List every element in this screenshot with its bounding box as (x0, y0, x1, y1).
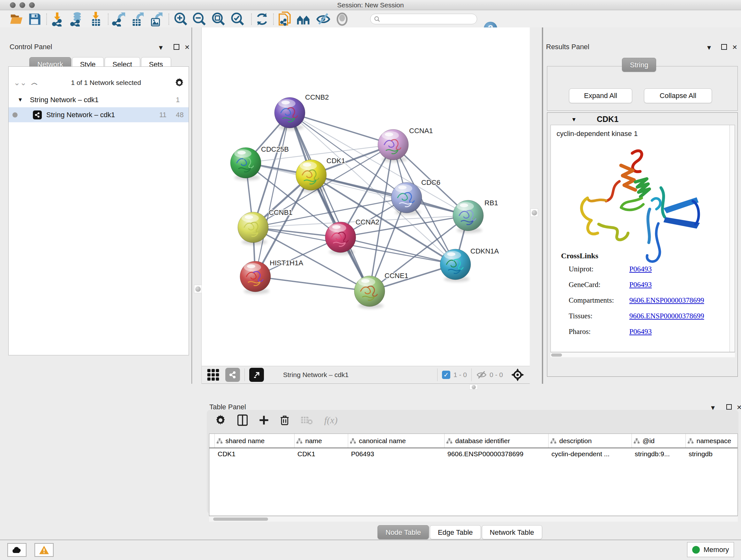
network-node-HIST1H1A[interactable] (240, 261, 271, 294)
control-panel-float-icon[interactable] (174, 44, 179, 50)
protein-detail-box: cyclin-dependent kinase 1 (550, 125, 735, 352)
zoom-out-button[interactable] (192, 12, 207, 26)
table-cell[interactable]: 9606.ENSP00000378699 (444, 448, 548, 459)
zoom-selected-button[interactable] (230, 12, 246, 26)
table-settings-gear-icon[interactable] (215, 415, 226, 426)
network-node-CDK1[interactable] (296, 160, 327, 192)
network-canvas[interactable]: CCNB2CCNA1CDC25BCDK1CDC6RB1CCNB1CCNA2CDK… (202, 27, 530, 366)
results-vertical-scrollbar[interactable] (730, 125, 735, 352)
right-splitter[interactable] (530, 27, 542, 384)
zoom-in-button[interactable] (173, 12, 189, 26)
cloud-button[interactable] (7, 543, 26, 557)
tab-node-table[interactable]: Node Table (378, 525, 429, 539)
save-session-button[interactable] (27, 12, 43, 26)
table-column-header-@id[interactable]: @id (631, 434, 685, 448)
add-column-icon[interactable] (259, 415, 269, 426)
export-image-button[interactable] (148, 12, 164, 26)
crosslink-link[interactable]: 9606.ENSP00000378699 (629, 312, 704, 320)
results-panel-float-icon[interactable] (721, 44, 727, 50)
tab-network-table[interactable]: Network Table (482, 525, 542, 539)
import-network-database-button[interactable] (69, 12, 84, 26)
results-panel-close-icon[interactable]: ✕ (732, 44, 738, 51)
horizontal-splitter[interactable] (202, 384, 741, 390)
table-cell[interactable]: CDK1 (214, 448, 294, 459)
birds-eye-toggle-icon[interactable] (511, 368, 524, 381)
clone-network-button[interactable] (277, 12, 293, 26)
table-cell[interactable]: stringdb (685, 448, 738, 459)
network-row[interactable]: String Network – cdk1 11 48 (9, 107, 189, 122)
collapse-all-button[interactable]: Collapse All (644, 88, 712, 103)
tab-edge-table[interactable]: Edge Table (430, 525, 481, 539)
detach-view-icon[interactable] (249, 368, 264, 382)
network-node-CCNB1[interactable] (238, 212, 268, 245)
import-network-file-button[interactable] (51, 12, 66, 26)
control-panel-close-icon[interactable]: ✕ (185, 44, 190, 51)
selected-checkbox-icon[interactable]: ✓ (442, 371, 450, 379)
table-cell[interactable]: cyclin-dependent ... (548, 448, 631, 459)
function-builder-icon[interactable]: f(x) (324, 415, 338, 426)
crosslink-row: Compartments:9606.ENSP00000378699 (569, 296, 728, 305)
search-box[interactable] (370, 14, 477, 24)
results-hscroll-thumb[interactable] (551, 354, 562, 357)
node-label-HIST1H1A: HIST1H1A (270, 259, 303, 267)
hide-selected-button[interactable] (315, 12, 331, 26)
table-hscroll-thumb[interactable] (213, 517, 268, 521)
tab-string[interactable]: String (622, 58, 656, 72)
collection-expand-arrow-icon[interactable]: ▼ (17, 97, 23, 103)
network-node-CDC25B[interactable] (230, 147, 261, 180)
node-label-CDC6: CDC6 (421, 179, 441, 186)
delete-table-icon[interactable] (300, 415, 313, 425)
table-column-header-canonical-name[interactable]: canonical name (348, 434, 444, 448)
show-all-button[interactable] (334, 12, 350, 26)
left-splitter[interactable] (192, 27, 202, 384)
table-cell[interactable]: CDK1 (294, 448, 348, 459)
protein-description: cyclin-dependent kinase 1 (556, 130, 637, 138)
control-panel-collapse-icon[interactable]: ▼ (158, 44, 164, 51)
warning-button[interactable] (35, 543, 54, 557)
table-column-header-description[interactable]: description (548, 434, 631, 448)
export-table-button[interactable] (130, 12, 145, 26)
table-row[interactable]: CDK1CDK1P064939606.ENSP00000378699cyclin… (209, 448, 738, 459)
memory-status-dot (692, 546, 700, 554)
right-splitter-collapse-handle[interactable] (530, 208, 538, 217)
network-share-view-icon[interactable] (225, 368, 240, 382)
table-column-header-database-identifier[interactable]: database identifier (444, 434, 548, 448)
delete-column-trash-icon[interactable] (280, 415, 289, 426)
network-node-CCNE1[interactable] (354, 276, 385, 309)
table-column-header-namespace[interactable]: namespace (685, 434, 738, 448)
open-session-button[interactable] (9, 12, 24, 26)
zoom-fit-button[interactable] (211, 12, 226, 26)
crosslink-link[interactable]: P06493 (629, 327, 652, 336)
show-columns-icon[interactable] (238, 415, 248, 426)
expand-all-button[interactable]: Expand All (569, 88, 632, 103)
expand-all-networks-icon[interactable]: ⌄⌄ (14, 78, 26, 87)
crosslink-link[interactable]: 9606.ENSP00000378699 (629, 296, 704, 305)
results-panel-collapse-icon[interactable]: ▼ (706, 44, 712, 51)
table-cell[interactable]: P06493 (348, 448, 444, 459)
network-node-CCNA1[interactable] (378, 129, 408, 162)
table-column-header-shared-name[interactable]: shared name (214, 434, 294, 448)
network-node-CDKN1A[interactable] (440, 249, 471, 282)
collapse-all-networks-icon[interactable]: ︿ (31, 78, 37, 87)
table-horizontal-scrollbar[interactable] (209, 516, 738, 522)
node-label-CDKN1A: CDKN1A (470, 247, 499, 255)
export-network-button[interactable] (111, 12, 127, 26)
left-splitter-collapse-handle[interactable] (194, 285, 202, 293)
network-node-RB1[interactable] (453, 200, 483, 233)
table-cell[interactable]: stringdb:9... (631, 448, 685, 459)
memory-button[interactable]: Memory (687, 542, 734, 557)
grid-view-icon[interactable] (207, 368, 219, 381)
results-horizontal-scrollbar[interactable] (550, 352, 735, 357)
horizontal-splitter-handle[interactable] (469, 384, 478, 389)
network-options-gear-icon[interactable] (175, 78, 184, 87)
crosslink-link[interactable]: P06493 (629, 281, 652, 289)
protein-expand-arrow-icon[interactable]: ▼ (571, 117, 577, 123)
crosslink-link[interactable]: P06493 (629, 265, 652, 273)
apply-layout-button[interactable] (254, 12, 270, 26)
table-column-header-name[interactable]: name (294, 434, 348, 448)
search-input[interactable] (381, 15, 477, 23)
import-table-button[interactable] (88, 12, 104, 26)
network-collection-row[interactable]: ▼ String Network – cdk1 1 (9, 92, 189, 107)
table-panel-float-icon[interactable] (726, 404, 732, 410)
first-neighbors-button[interactable] (296, 12, 312, 26)
